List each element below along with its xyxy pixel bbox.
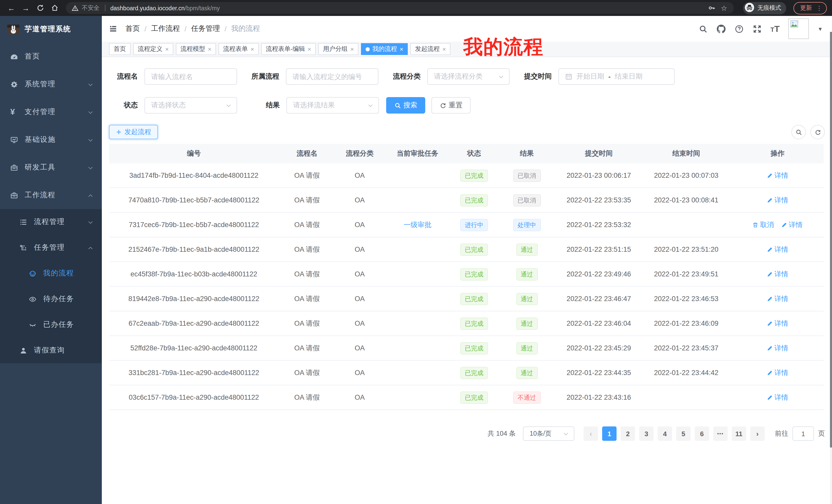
create-process-button[interactable]: 发起流程 — [109, 125, 158, 139]
result-select[interactable]: 请选择流结果 — [286, 97, 379, 114]
home-icon[interactable] — [48, 2, 61, 14]
cancel-link[interactable]: 取消 — [752, 220, 774, 229]
key-icon[interactable] — [707, 2, 716, 14]
tab[interactable]: 流程表单 × — [218, 43, 259, 55]
fullscreen-icon[interactable] — [753, 24, 762, 33]
refresh-button[interactable] — [810, 125, 825, 139]
close-icon[interactable]: × — [399, 46, 403, 52]
sidebar-item-label: 支付管理 — [25, 107, 55, 117]
help-icon[interactable] — [734, 24, 744, 33]
forward-icon[interactable]: → — [20, 2, 32, 14]
page-button[interactable]: ••• — [713, 426, 728, 441]
sidebar-item-label: 我的流程 — [43, 269, 74, 278]
detail-link[interactable]: 详情 — [767, 270, 788, 279]
sidebar-item[interactable]: 首页 — [0, 43, 102, 71]
process-definition-input[interactable] — [286, 68, 379, 85]
breadcrumb-item[interactable]: 首页 / — [126, 24, 151, 33]
tab-label: 流程表单-编辑 — [266, 45, 305, 53]
scrollbar[interactable] — [830, 32, 832, 504]
page-size-select[interactable]: 10条/页 — [523, 426, 574, 441]
avatar[interactable] — [788, 19, 809, 39]
tab[interactable]: 流程表单-编辑 × — [261, 43, 316, 55]
detail-link[interactable]: 详情 — [767, 319, 788, 328]
scrollbar-thumb[interactable] — [830, 32, 832, 447]
app-title: 芋道管理系统 — [25, 25, 71, 34]
tab[interactable]: 流程模型 × — [176, 43, 216, 55]
page-button[interactable]: 11 — [732, 426, 746, 441]
table-row: 67c2eaab-7b9a-11ec-a290-acde48001122 OA … — [109, 311, 824, 336]
process-category: OA — [335, 246, 384, 253]
tab[interactable]: 我的流程 × — [361, 43, 408, 55]
page-button[interactable]: 2 — [621, 426, 635, 441]
tab-label: 流程模型 — [181, 45, 205, 53]
detail-link[interactable]: 详情 — [767, 245, 788, 254]
process-id: 67c2eaab-7b9a-11ec-a290-acde48001122 — [109, 319, 279, 327]
github-icon[interactable] — [717, 24, 726, 33]
sidebar-item[interactable]: 工作流程 — [0, 181, 102, 209]
close-icon[interactable]: × — [308, 46, 311, 52]
close-icon[interactable]: × — [442, 46, 446, 52]
detail-link[interactable]: 详情 — [767, 294, 788, 303]
detail-link[interactable]: 详情 — [767, 393, 788, 402]
process-category: OA — [335, 172, 384, 179]
close-icon[interactable]: × — [251, 46, 254, 52]
detail-link[interactable]: 详情 — [767, 368, 788, 377]
detail-link[interactable]: 详情 — [767, 171, 788, 180]
sidebar-item[interactable]: 请假查询 — [0, 338, 102, 363]
sidebar-item[interactable]: 系统管理 — [0, 71, 102, 98]
sidebar-item[interactable]: 流程管理 — [0, 209, 102, 235]
page-button[interactable]: 4 — [658, 426, 672, 441]
breadcrumb-item[interactable]: 任务管理 / — [191, 24, 231, 33]
bookmark-star-icon[interactable]: ☆ — [719, 2, 729, 14]
browser-menu-icon[interactable]: ⋮ — [816, 4, 822, 11]
sidebar-item[interactable]: 基础设施 — [0, 126, 102, 153]
show-search-button[interactable] — [791, 125, 806, 139]
reset-button[interactable]: 重置 — [432, 97, 470, 114]
tab[interactable]: 流程定义 × — [133, 43, 173, 55]
category-select[interactable]: 请选择流程分类 — [427, 68, 510, 85]
sidebar-item[interactable]: 任务管理 — [0, 235, 102, 260]
search-icon[interactable] — [699, 24, 708, 33]
page-button[interactable]: 5 — [676, 426, 691, 441]
submit-time-range[interactable]: 开始日期 - 结束日期 — [558, 68, 675, 85]
update-button[interactable]: 更新 ⋮ — [794, 2, 827, 14]
reload-icon[interactable] — [34, 2, 46, 14]
task-link[interactable]: 一级审批 — [404, 220, 432, 229]
process-category: OA — [335, 295, 384, 303]
sidebar-item[interactable]: ¥ 支付管理 — [0, 98, 102, 126]
sidebar-item[interactable]: 待办任务 — [0, 286, 102, 312]
next-page-button[interactable]: › — [750, 426, 765, 441]
address-bar[interactable]: 不安全 dashboard.yudao.iocoder.cn/bpm/task/… — [66, 2, 734, 14]
table-header: 编号 流程名 流程分类 当前审批任务 状态 结果 提交时间 结束时间 操作 — [109, 144, 824, 163]
fontsize-icon[interactable]: TT — [771, 24, 780, 33]
status-select[interactable]: 请选择状态 — [145, 97, 237, 114]
breadcrumb-item[interactable]: 工作流程 / — [151, 24, 191, 33]
back-icon[interactable]: ← — [5, 2, 18, 14]
sidebar-item[interactable]: 我的流程 — [0, 260, 102, 286]
process-name-input[interactable] — [145, 68, 237, 85]
search-button[interactable]: 搜索 — [386, 97, 425, 114]
prev-page-button[interactable]: ‹ — [583, 426, 598, 441]
breadcrumb-item[interactable]: 我的流程 / — [231, 24, 260, 33]
sidebar-logo[interactable]: 芋道管理系统 — [0, 16, 102, 43]
close-icon[interactable]: × — [208, 46, 211, 52]
page-jump-input[interactable] — [792, 426, 814, 441]
process-id: 819442e8-7b9a-11ec-a290-acde48001122 — [109, 295, 279, 303]
page-button[interactable]: 6 — [695, 426, 709, 441]
sidebar-item[interactable]: 研发工具 — [0, 153, 102, 181]
page-button[interactable]: 3 — [639, 426, 654, 441]
sidebar-item[interactable]: 已办任务 — [0, 312, 102, 338]
hamburger-icon[interactable] — [109, 25, 117, 33]
tab[interactable]: 发起流程 × — [410, 43, 450, 55]
detail-link[interactable]: 详情 — [781, 220, 803, 229]
detail-link[interactable]: 详情 — [767, 343, 788, 353]
submit-time: 2022-01-22 23:51:15 — [556, 246, 641, 253]
close-icon[interactable]: × — [165, 46, 169, 52]
tab[interactable]: 用户分组 × — [318, 43, 358, 55]
status-badge: 进行中 — [460, 219, 488, 231]
tab[interactable]: 首页 — [109, 43, 131, 55]
detail-link[interactable]: 详情 — [767, 195, 788, 205]
close-icon[interactable]: × — [350, 46, 354, 52]
avatar-caret-icon[interactable]: ▼ — [817, 26, 823, 32]
page-button[interactable]: 1 — [602, 426, 617, 441]
